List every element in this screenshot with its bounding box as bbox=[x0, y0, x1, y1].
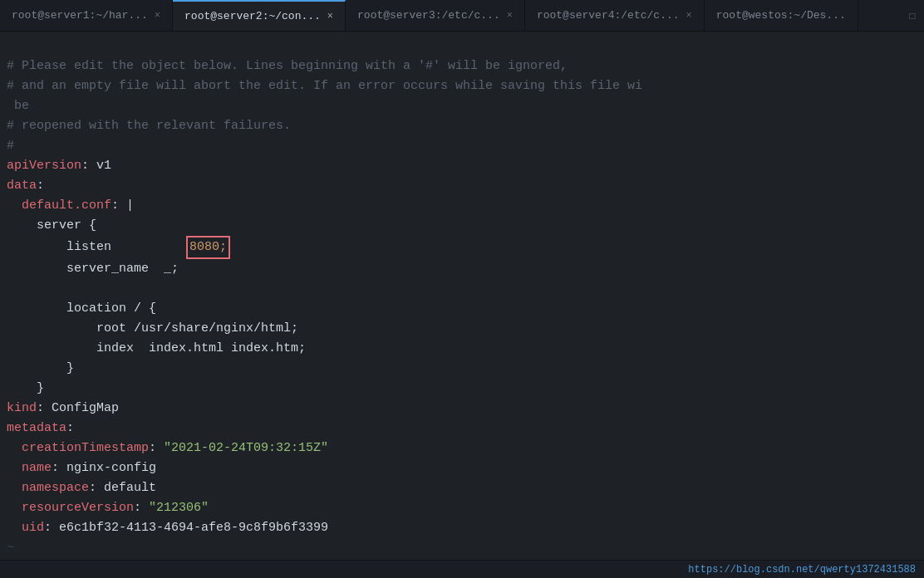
comment-line4: # bbox=[7, 139, 14, 153]
line-resource: resourceVersion: "212306" bbox=[7, 501, 209, 515]
tab-server2-label: root@server2:~/con... bbox=[184, 10, 321, 22]
tab-westos[interactable]: root@westos:~/Des... bbox=[705, 0, 858, 31]
tab-server3[interactable]: root@server3:/etc/c... × bbox=[346, 0, 525, 31]
line-server: server { bbox=[7, 218, 96, 233]
tab-westos-label: root@westos:~/Des... bbox=[716, 9, 846, 22]
line-name: name: nginx-config bbox=[7, 461, 156, 475]
comment-line3: # reopened with the relevant failures. bbox=[7, 119, 291, 133]
line-apiversion: apiVersion: v1 bbox=[7, 159, 111, 173]
tab-server4[interactable]: root@server4:/etc/c... × bbox=[525, 0, 705, 31]
line-location: location / { bbox=[7, 301, 156, 316]
tab-server2[interactable]: root@server2:~/con... × bbox=[173, 0, 346, 31]
tab-server4-close[interactable]: × bbox=[686, 10, 692, 22]
line-uid: uid: e6c1bf32-4113-4694-afe8-9c8f9b6f339… bbox=[7, 521, 328, 535]
highlight-port: 8080; bbox=[186, 236, 230, 259]
status-bar: https://blog.csdn.net/qwerty1372431588 bbox=[0, 560, 924, 578]
comment-line2b: be bbox=[7, 99, 29, 113]
status-link[interactable]: https://blog.csdn.net/qwerty1372431588 bbox=[688, 564, 916, 576]
comment-line1: # Please edit the object below. Lines be… bbox=[7, 59, 568, 73]
editor-content: # Please edit the object below. Lines be… bbox=[7, 37, 924, 560]
tab-server2-close[interactable]: × bbox=[327, 11, 333, 22]
line-data: data: bbox=[7, 179, 44, 193]
line-listen: listen 8080; bbox=[7, 240, 230, 254]
tab-server1-label: root@server1:~/har... bbox=[12, 9, 148, 22]
tab-bar: root@server1:~/har... × root@server2:~/c… bbox=[0, 0, 924, 32]
line-creation: creationTimestamp: "2021-02-24T09:32:15Z… bbox=[7, 441, 328, 455]
line-server-name: server_name _; bbox=[7, 262, 179, 276]
line-index: index index.html index.htm; bbox=[7, 341, 306, 355]
line-namespace: namespace: default bbox=[7, 481, 156, 495]
line-close-server: } bbox=[7, 381, 44, 395]
line-kind: kind: ConfigMap bbox=[7, 401, 119, 415]
tab-server1[interactable]: root@server1:~/har... × bbox=[0, 0, 173, 31]
line-default-conf: default.conf: | bbox=[7, 198, 134, 213]
tab-server4-label: root@server4:/etc/c... bbox=[537, 9, 680, 22]
line-close-loc: } bbox=[7, 361, 74, 375]
line-metadata: metadata: bbox=[7, 421, 74, 435]
line-root: root /usr/share/nginx/html; bbox=[7, 321, 298, 336]
tilde-line: ~ bbox=[7, 541, 14, 555]
editor-area: # Please edit the object below. Lines be… bbox=[0, 32, 924, 560]
new-tab-icon[interactable]: ☐ bbox=[909, 8, 924, 22]
tab-server3-close[interactable]: × bbox=[507, 10, 513, 22]
tab-server3-label: root@server3:/etc/c... bbox=[357, 9, 500, 22]
tab-server1-close[interactable]: × bbox=[155, 10, 160, 22]
comment-line2: # and an empty file will abort the edit.… bbox=[7, 79, 642, 93]
